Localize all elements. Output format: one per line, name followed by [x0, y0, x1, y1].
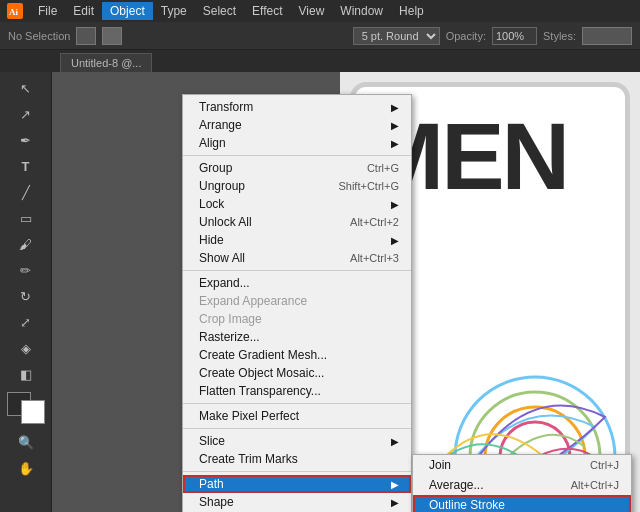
select-tool[interactable]: ↖	[4, 76, 48, 100]
menu-expand[interactable]: Expand...	[183, 274, 411, 292]
menu-rasterize[interactable]: Rasterize...	[183, 328, 411, 346]
menu-window[interactable]: Window	[332, 2, 391, 20]
selection-label: No Selection	[8, 30, 70, 42]
menu-lock[interactable]: Lock ▶	[183, 195, 411, 213]
menu-create-trim-marks[interactable]: Create Trim Marks	[183, 450, 411, 468]
menu-section-slice: Slice ▶ Create Trim Marks	[183, 429, 411, 472]
stroke-swatch[interactable]	[102, 27, 122, 45]
menu-create-gradient-mesh[interactable]: Create Gradient Mesh...	[183, 346, 411, 364]
menu-select[interactable]: Select	[195, 2, 244, 20]
arrow-icon: ▶	[391, 479, 399, 490]
submenu-outline-stroke[interactable]: Outline Stroke	[413, 495, 631, 512]
color-boxes	[7, 392, 45, 424]
menu-unlock-all[interactable]: Unlock All Alt+Ctrl+2	[183, 213, 411, 231]
zoom-tool[interactable]: 🔍	[4, 430, 48, 454]
styles-label: Styles:	[543, 30, 576, 42]
menu-section-pixel: Make Pixel Perfect	[183, 404, 411, 429]
submenu-join[interactable]: Join Ctrl+J	[413, 455, 631, 475]
main-area: ↖ ↗ ✒ T ╱ ▭ 🖌 ✏ ↻ ⤢ ◈ ◧ 🔍 ✋ MEN	[0, 72, 640, 512]
menu-hide[interactable]: Hide ▶	[183, 231, 411, 249]
scale-tool[interactable]: ⤢	[4, 310, 48, 334]
type-tool[interactable]: T	[4, 154, 48, 178]
background-color[interactable]	[21, 400, 45, 424]
menu-crop-image[interactable]: Crop Image	[183, 310, 411, 328]
opacity-input[interactable]	[492, 27, 537, 45]
document-tab[interactable]: Untitled-8 @...	[60, 53, 152, 72]
menu-help[interactable]: Help	[391, 2, 432, 20]
menu-section-group: Group Ctrl+G Ungroup Shift+Ctrl+G Lock ▶…	[183, 156, 411, 271]
menu-edit[interactable]: Edit	[65, 2, 102, 20]
menu-ungroup[interactable]: Ungroup Shift+Ctrl+G	[183, 177, 411, 195]
menu-make-pixel-perfect[interactable]: Make Pixel Perfect	[183, 407, 411, 425]
object-dropdown-menu: Transform ▶ Arrange ▶ Align ▶ Grou	[182, 94, 412, 512]
blend-tool[interactable]: ◈	[4, 336, 48, 360]
toolbar: No Selection 5 pt. Round Opacity: Styles…	[0, 22, 640, 50]
menu-file[interactable]: File	[30, 2, 65, 20]
brush-size-select[interactable]: 5 pt. Round	[353, 27, 440, 45]
opacity-label: Opacity:	[446, 30, 486, 42]
arrow-icon: ▶	[391, 497, 399, 508]
canvas-area: MEN	[52, 72, 640, 512]
menu-section-path: Path ▶ Shape ▶ Pattern ▶ Repeat ▶	[183, 472, 411, 512]
app-logo: Ai	[4, 0, 26, 22]
menu-slice[interactable]: Slice ▶	[183, 432, 411, 450]
arrow-icon: ▶	[391, 235, 399, 246]
menu-align[interactable]: Align ▶	[183, 134, 411, 152]
line-tool[interactable]: ╱	[4, 180, 48, 204]
menu-create-object-mosaic[interactable]: Create Object Mosaic...	[183, 364, 411, 382]
arrow-icon: ▶	[391, 138, 399, 149]
color-swatch[interactable]	[76, 27, 96, 45]
toolbox: ↖ ↗ ✒ T ╱ ▭ 🖌 ✏ ↻ ⤢ ◈ ◧ 🔍 ✋	[0, 72, 52, 512]
menu-arrange[interactable]: Arrange ▶	[183, 116, 411, 134]
brush-tool[interactable]: 🖌	[4, 232, 48, 256]
pen-tool[interactable]: ✒	[4, 128, 48, 152]
menu-show-all[interactable]: Show All Alt+Ctrl+3	[183, 249, 411, 267]
path-submenu: Join Ctrl+J Average... Alt+Ctrl+J Outlin…	[412, 454, 632, 512]
rect-tool[interactable]: ▭	[4, 206, 48, 230]
pencil-tool[interactable]: ✏	[4, 258, 48, 282]
arrow-icon: ▶	[391, 199, 399, 210]
arrow-icon: ▶	[391, 436, 399, 447]
hand-tool[interactable]: ✋	[4, 456, 48, 480]
menu-type[interactable]: Type	[153, 2, 195, 20]
tab-row: Untitled-8 @...	[0, 50, 640, 72]
rotate-tool[interactable]: ↻	[4, 284, 48, 308]
submenu-average[interactable]: Average... Alt+Ctrl+J	[413, 475, 631, 495]
menu-transform[interactable]: Transform ▶	[183, 98, 411, 116]
styles-box[interactable]	[582, 27, 632, 45]
menu-expand-appearance[interactable]: Expand Appearance	[183, 292, 411, 310]
menu-group[interactable]: Group Ctrl+G	[183, 159, 411, 177]
menu-path[interactable]: Path ▶	[183, 475, 411, 493]
gradient-tool[interactable]: ◧	[4, 362, 48, 386]
menu-flatten-transparency[interactable]: Flatten Transparency...	[183, 382, 411, 400]
menu-shape[interactable]: Shape ▶	[183, 493, 411, 511]
menu-effect[interactable]: Effect	[244, 2, 290, 20]
menu-object[interactable]: Object	[102, 2, 153, 20]
menu-section-transform: Transform ▶ Arrange ▶ Align ▶	[183, 95, 411, 156]
arrow-icon: ▶	[391, 120, 399, 131]
arrow-icon: ▶	[391, 102, 399, 113]
direct-select-tool[interactable]: ↗	[4, 102, 48, 126]
svg-text:Ai: Ai	[9, 7, 18, 17]
menu-view[interactable]: View	[291, 2, 333, 20]
menu-section-expand: Expand... Expand Appearance Crop Image R…	[183, 271, 411, 404]
menu-bar: Ai File Edit Object Type Select Effect V…	[0, 0, 640, 22]
